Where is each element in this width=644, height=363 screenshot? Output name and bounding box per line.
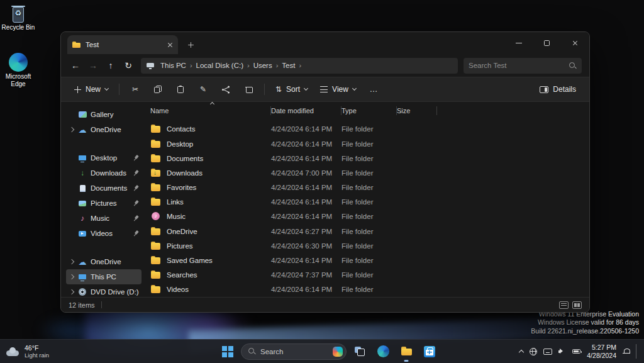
- edge-taskbar-button[interactable]: [373, 342, 393, 362]
- column-header-size[interactable]: Size: [397, 107, 437, 114]
- sidebar-item-documents[interactable]: Documents: [66, 181, 142, 196]
- sidebar-item-downloads[interactable]: Downloads: [66, 165, 142, 181]
- cut-button[interactable]: [125, 80, 146, 99]
- bing-icon[interactable]: [333, 347, 343, 357]
- copy-button[interactable]: [147, 80, 169, 99]
- weather-condition: Light rain: [25, 352, 49, 359]
- refresh-button[interactable]: [120, 57, 136, 74]
- file-name: Saved Games: [167, 257, 213, 264]
- sidebar-item-gallery[interactable]: Gallery: [66, 107, 142, 122]
- sort-button[interactable]: Sort: [270, 80, 313, 99]
- chevron-right-icon[interactable]: [69, 290, 74, 294]
- sidebar-item-pictures[interactable]: Pictures: [66, 196, 142, 211]
- file-name-cell: Saved Games: [150, 256, 271, 265]
- windows-watermark: Windows 11 Enterprise Evaluation Windows…: [531, 310, 639, 336]
- delete-button[interactable]: [238, 80, 259, 99]
- file-row-saved-games[interactable]: Saved Games4/24/2024 6:14 PMFile folder: [144, 253, 589, 267]
- paste-button[interactable]: [170, 80, 191, 99]
- chevron-right-icon[interactable]: [69, 128, 74, 131]
- file-date-modified: 4/24/2024 6:27 PM: [271, 228, 341, 235]
- sidebar-item-music[interactable]: Music: [66, 211, 142, 226]
- new-button[interactable]: New: [69, 80, 114, 99]
- pin-icon: [131, 214, 140, 223]
- breadcrumb-item-users[interactable]: Users: [250, 62, 276, 69]
- file-row-searches[interactable]: Searches4/24/2024 7:37 PMFile folder: [144, 268, 589, 282]
- sidebar-item-desktop[interactable]: Desktop: [66, 150, 142, 165]
- file-name-cell: Documents: [150, 154, 271, 163]
- notifications-bell-icon[interactable]: [623, 348, 630, 355]
- column-header-date-modified[interactable]: Date modified: [271, 107, 341, 114]
- share-button[interactable]: [215, 80, 236, 99]
- keyboard-icon[interactable]: [543, 349, 552, 355]
- battery-icon[interactable]: [572, 349, 580, 354]
- sidebar-item-label: OneDrive: [91, 258, 139, 265]
- desktop-icon-microsoft-edge[interactable]: Microsoft Edge: [0, 53, 36, 88]
- file-date-modified: 4/24/2024 7:37 PM: [271, 271, 341, 279]
- details-view-toggle[interactable]: [559, 301, 569, 309]
- file-row-contacts[interactable]: Contacts4/24/2024 6:14 PMFile folder: [144, 122, 589, 137]
- show-desktop-button[interactable]: [636, 344, 638, 358]
- up-button[interactable]: [103, 57, 119, 74]
- weather-cloud-icon: [6, 347, 20, 356]
- chevron-right-icon[interactable]: [69, 275, 74, 279]
- column-header-type[interactable]: Type: [341, 107, 397, 114]
- tab-close-icon[interactable]: [167, 42, 173, 48]
- taskbar-clock[interactable]: 5:27 PM 4/28/2024: [587, 343, 616, 359]
- desktop-icon-recycle-bin[interactable]: Recycle Bin: [0, 4, 36, 31]
- file-name: Music: [167, 213, 186, 220]
- network-icon[interactable]: [530, 348, 537, 355]
- sidebar-item-videos[interactable]: Videos: [66, 226, 142, 241]
- details-button-label: Details: [553, 85, 576, 94]
- file-row-music[interactable]: Music4/24/2024 6:14 PMFile folder: [144, 209, 589, 224]
- breadcrumb-item-test[interactable]: Test: [278, 62, 299, 69]
- back-button[interactable]: [67, 57, 84, 74]
- minimize-button[interactable]: [504, 32, 533, 54]
- sidebar-item-label: Documents: [91, 184, 130, 192]
- start-button[interactable]: [218, 342, 238, 362]
- file-row-desktop[interactable]: Desktop4/24/2024 6:14 PMFile folder: [144, 137, 589, 151]
- file-row-pictures[interactable]: Pictures4/24/2024 6:30 PMFile folder: [144, 238, 589, 253]
- icons-view-toggle[interactable]: [572, 301, 582, 309]
- address-bar[interactable]: This PC›Local Disk (C:)›Users›Test›: [141, 58, 458, 74]
- rename-button[interactable]: [192, 80, 214, 99]
- sidebar-item-dvd-drive-d-c[interactable]: DVD Drive (D:) C: [66, 284, 142, 297]
- file-row-onedrive[interactable]: OneDrive4/24/2024 6:27 PMFile folder: [144, 224, 589, 238]
- navigation-bar: This PC›Local Disk (C:)›Users›Test› Sear…: [61, 54, 589, 77]
- volume-icon[interactable]: [558, 348, 566, 355]
- clock-date: 4/28/2024: [587, 352, 616, 360]
- titlebar[interactable]: Test: [61, 32, 589, 54]
- file-row-videos[interactable]: Videos4/24/2024 6:14 PMFile folder: [144, 282, 589, 297]
- file-row-documents[interactable]: Documents4/24/2024 6:14 PMFile folder: [144, 151, 589, 165]
- new-tab-button[interactable]: [183, 37, 198, 52]
- breadcrumb-item-this-pc[interactable]: This PC: [157, 62, 190, 69]
- sidebar-item-onedrive[interactable]: OneDrive: [66, 254, 142, 269]
- file-explorer-taskbar-button[interactable]: [396, 342, 416, 362]
- plus-icon: [188, 42, 194, 48]
- task-view-button[interactable]: [350, 342, 370, 362]
- view-button[interactable]: View: [314, 80, 362, 99]
- more-options-button[interactable]: [363, 80, 384, 99]
- maximize-button[interactable]: [533, 32, 561, 54]
- chevron-down-icon: [352, 86, 357, 91]
- search-placeholder: Search Test: [469, 62, 565, 69]
- search-box[interactable]: Search Test: [464, 58, 582, 74]
- forward-button[interactable]: [85, 57, 101, 74]
- file-row-downloads[interactable]: ↓Downloads4/24/2024 7:00 PMFile folder: [144, 165, 589, 180]
- details-pane-button[interactable]: Details: [534, 80, 582, 99]
- taskbar-search[interactable]: Search: [241, 343, 347, 360]
- close-button[interactable]: [561, 32, 589, 54]
- breadcrumb-item-local-disk-c[interactable]: Local Disk (C:): [192, 62, 247, 69]
- breadcrumb-separator[interactable]: ›: [299, 62, 301, 69]
- sidebar-item-this-pc[interactable]: This PC: [66, 269, 142, 284]
- chevron-right-icon[interactable]: [69, 260, 74, 264]
- file-row-favorites[interactable]: Favorites4/24/2024 6:14 PMFile folder: [144, 181, 589, 195]
- sidebar-item-onedrive[interactable]: OneDrive: [66, 122, 142, 137]
- column-header-name[interactable]: Name: [150, 107, 271, 114]
- explorer-tab[interactable]: Test: [67, 35, 178, 54]
- weather-widget[interactable]: 46°F Light rain: [0, 340, 55, 363]
- file-row-links[interactable]: Links4/24/2024 6:14 PMFile folder: [144, 195, 589, 209]
- folder-icon: [150, 271, 162, 279]
- search-icon[interactable]: [569, 62, 577, 70]
- hidden-icons-chevron[interactable]: [519, 350, 524, 355]
- store-taskbar-button[interactable]: [419, 342, 440, 362]
